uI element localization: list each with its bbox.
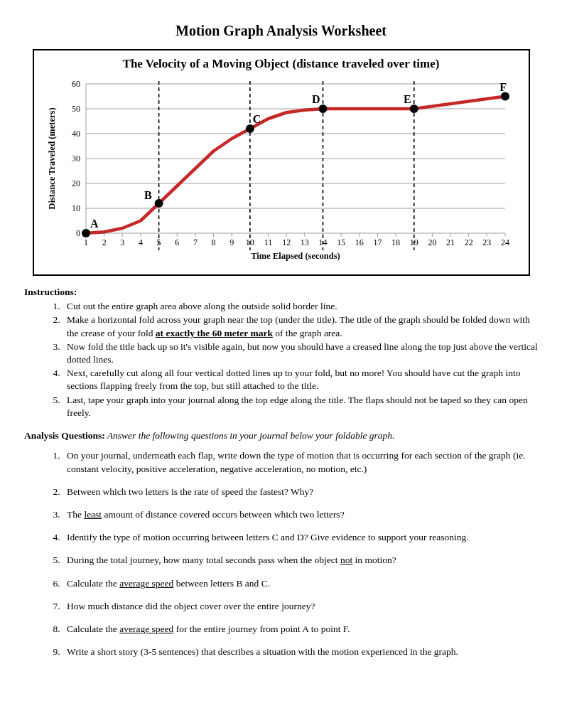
chart-svg: 0102030405060123456789101112131415161718… — [43, 75, 519, 267]
chart-area: 0102030405060123456789101112131415161718… — [43, 75, 519, 267]
question-item: On your journal, underneath each flap, w… — [63, 449, 538, 475]
svg-text:B: B — [144, 189, 151, 201]
text: in motion? — [352, 555, 396, 565]
svg-text:10: 10 — [72, 203, 80, 213]
svg-text:8: 8 — [211, 237, 215, 247]
svg-text:11: 11 — [264, 237, 272, 247]
svg-text:4: 4 — [138, 237, 142, 247]
analysis-intro: Answer the following questions in your j… — [105, 430, 395, 441]
svg-text:22: 22 — [464, 237, 472, 247]
emphasis: average speed — [119, 623, 173, 634]
svg-text:40: 40 — [72, 129, 80, 139]
svg-text:13: 13 — [300, 237, 308, 247]
instruction-item: Last, tape your graph into your journal … — [63, 394, 538, 419]
text: for the entire journey from point A to p… — [173, 623, 350, 634]
svg-point-75 — [409, 105, 418, 113]
svg-text:1: 1 — [84, 237, 88, 247]
svg-text:0: 0 — [76, 228, 80, 238]
svg-text:C: C — [252, 113, 261, 125]
svg-text:24: 24 — [501, 237, 509, 247]
text: The — [67, 509, 84, 520]
text: Calculate the — [67, 623, 119, 634]
text: of the graph area. — [273, 328, 342, 338]
instruction-item: Make a horizontal fold across your graph… — [63, 314, 538, 339]
svg-text:16: 16 — [355, 237, 363, 247]
svg-text:20: 20 — [72, 178, 80, 188]
questions-list: On your journal, underneath each flap, w… — [63, 449, 538, 658]
chart-title: The Velocity of a Moving Object (distanc… — [41, 56, 522, 73]
svg-text:Time Elapsed (seconds): Time Elapsed (seconds) — [251, 251, 340, 261]
svg-point-71 — [245, 124, 254, 133]
analysis-heading: Analysis Questions: — [24, 430, 105, 441]
graph-container: The Velocity of a Moving Object (distanc… — [33, 49, 530, 276]
svg-text:23: 23 — [482, 237, 491, 247]
question-item: Write a short story (3-5 sentences) that… — [63, 646, 538, 658]
question-item: How much distance did the object cover o… — [63, 600, 538, 613]
analysis-heading-line: Analysis Questions: Answer the following… — [24, 429, 538, 442]
svg-text:20: 20 — [428, 237, 436, 247]
svg-text:2: 2 — [102, 237, 106, 247]
page-title: Motion Graph Analysis Worksheet — [24, 21, 538, 41]
svg-text:15: 15 — [337, 237, 345, 247]
svg-text:Distance Traveled (meters): Distance Traveled (meters) — [47, 107, 57, 209]
question-item: Identify the type of motion occurring be… — [63, 531, 538, 544]
question-item: The least amount of distance covered occ… — [63, 508, 538, 521]
svg-text:6: 6 — [175, 237, 179, 247]
svg-text:12: 12 — [282, 237, 291, 247]
svg-text:17: 17 — [373, 237, 382, 247]
text: amount of distance covered occurs betwee… — [102, 509, 345, 520]
emphasis: not — [340, 555, 352, 565]
svg-text:30: 30 — [72, 154, 80, 164]
question-item: Calculate the average speed for the enti… — [63, 623, 538, 636]
instruction-item: Cut out the entire graph area above alon… — [63, 300, 538, 313]
svg-text:3: 3 — [120, 237, 124, 247]
text: between letters B and C. — [173, 578, 270, 589]
svg-text:18: 18 — [391, 237, 400, 247]
instruction-item: Next, carefully cut along all four verti… — [63, 367, 538, 392]
svg-point-77 — [501, 92, 509, 100]
emphasis: at exactly the 60 meter mark — [156, 328, 273, 338]
text: Calculate the — [67, 578, 119, 589]
emphasis: average speed — [119, 578, 173, 589]
svg-text:9: 9 — [229, 237, 234, 247]
question-item: Between which two letters is the rate of… — [63, 486, 538, 498]
svg-text:A: A — [90, 218, 99, 230]
question-item: During the total journey, how many total… — [63, 554, 538, 567]
svg-text:F: F — [499, 80, 507, 92]
instruction-item: Now fold the title back up so it's visib… — [63, 341, 538, 366]
emphasis: least — [84, 509, 102, 520]
instructions-heading: Instructions: — [24, 286, 538, 299]
svg-text:50: 50 — [72, 104, 80, 114]
svg-point-67 — [82, 229, 90, 237]
svg-text:7: 7 — [193, 237, 197, 247]
text: During the total journey, how many total… — [67, 555, 340, 565]
svg-text:60: 60 — [72, 79, 80, 89]
instructions-list: Cut out the entire graph area above alon… — [63, 300, 538, 419]
svg-point-69 — [154, 199, 163, 208]
svg-point-73 — [318, 105, 327, 113]
question-item: Calculate the average speed between lett… — [63, 577, 538, 590]
svg-text:D: D — [311, 93, 320, 105]
svg-text:E: E — [404, 93, 411, 105]
svg-text:21: 21 — [446, 237, 455, 247]
